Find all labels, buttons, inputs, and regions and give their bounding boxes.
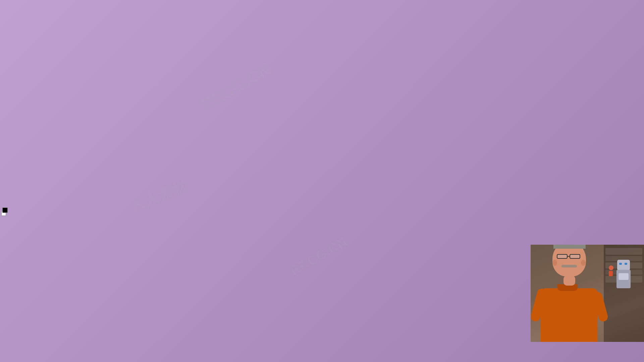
foreground-color[interactable] <box>2 207 8 213</box>
layers-list: .layer-row { height:28px;display:flex;al… <box>470 56 523 333</box>
webcam-feed <box>531 245 644 342</box>
layer-item-winter-friends[interactable]: 👁Winter Friends 1 <box>470 168 523 178</box>
layers-panel: Layers » ≡ ⬚ ◑ T ▭ ⊙ Normal Multiply Scr… <box>470 25 523 342</box>
